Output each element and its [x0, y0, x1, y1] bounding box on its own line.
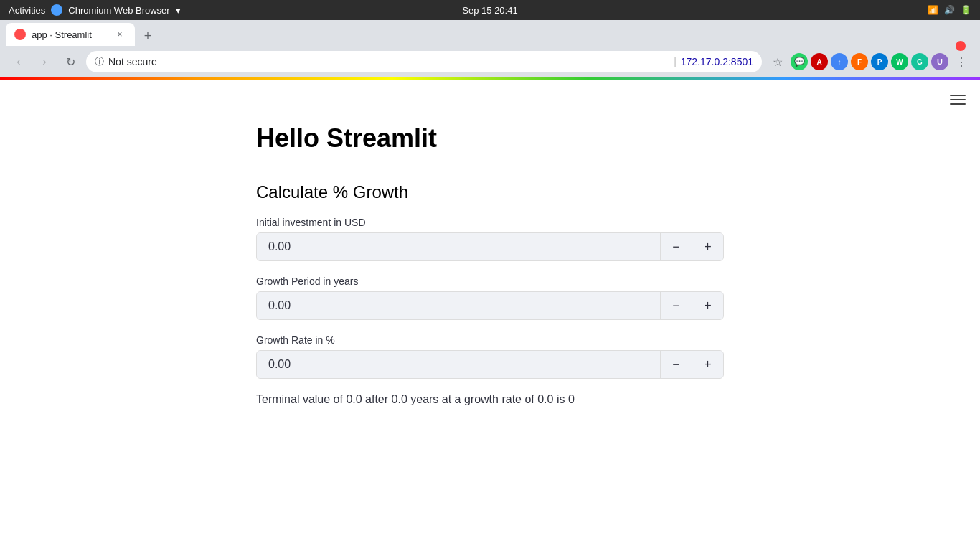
ext-orange[interactable]: F [851, 53, 868, 70]
hamburger-line-3 [950, 103, 966, 105]
field-3: Growth Rate in % 0.00 − + [256, 334, 724, 379]
field-2-plus-button[interactable]: + [692, 292, 723, 319]
browser-label: Chromium Web Browser [68, 5, 169, 16]
wifi-icon: 📶 [928, 5, 938, 15]
tab-close-button[interactable]: × [113, 28, 126, 41]
profile-icon[interactable]: U [931, 53, 948, 70]
back-button[interactable]: ‹ [9, 52, 29, 72]
field-3-plus-button[interactable]: + [692, 351, 723, 378]
page-content: Hello Streamlit Calculate % Growth Initi… [0, 80, 980, 551]
field-1: Initial investment in USD 0.00 − + [256, 217, 724, 261]
hamburger-menu[interactable] [947, 92, 969, 108]
volume-icon: 🔊 [944, 5, 955, 15]
field-2: Growth Period in years 0.00 − + [256, 276, 724, 320]
tab-favicon [14, 29, 26, 40]
ext-wechat[interactable]: W [891, 53, 908, 70]
field-3-input-wrap: 0.00 − + [256, 350, 724, 379]
ext-blue-upload[interactable]: ↑ [831, 53, 848, 70]
field-2-minus-button[interactable]: − [660, 292, 692, 319]
tab-title: app · Streamlit [32, 29, 108, 40]
security-icon: ⓘ [95, 55, 104, 68]
field-2-label: Growth Period in years [256, 276, 724, 287]
os-topbar-left: Activities Chromium Web Browser ▾ [9, 4, 181, 16]
os-topbar: Activities Chromium Web Browser ▾ Sep 15… [0, 0, 980, 20]
field-1-label: Initial investment in USD [256, 217, 724, 228]
result-text: Terminal value of 0.0 after 0.0 years at… [256, 393, 724, 406]
hamburger-line-2 [950, 99, 966, 100]
ext-green[interactable]: 💬 [791, 53, 808, 70]
streamlit-content: Hello Streamlit Calculate % Growth Initi… [239, 80, 741, 435]
app-title: Hello Streamlit [256, 123, 724, 154]
dropdown-icon[interactable]: ▾ [176, 5, 181, 16]
activities-label[interactable]: Activities [9, 5, 45, 16]
field-3-label: Growth Rate in % [256, 334, 724, 346]
tab-bar: app · Streamlit × + [0, 20, 980, 46]
browser-frame: app · Streamlit × + ‹ › ↻ ⓘ Not secure |… [0, 20, 980, 77]
field-1-value[interactable]: 0.00 [257, 233, 660, 260]
new-tab-button[interactable]: + [138, 26, 158, 46]
os-datetime: Sep 15 20:41 [462, 5, 517, 16]
address-bar: ‹ › ↻ ⓘ Not secure | 172.17.0.2:8501 ☆ 💬… [0, 46, 980, 77]
browser-menu-button[interactable]: ⋮ [951, 52, 971, 72]
ext-grammarly[interactable]: G [911, 53, 928, 70]
field-1-minus-button[interactable]: − [660, 233, 692, 260]
reload-button[interactable]: ↻ [60, 52, 80, 72]
field-1-input-wrap: 0.00 − + [256, 232, 724, 261]
ext-red[interactable]: A [811, 53, 828, 70]
os-browser-icon [51, 4, 62, 16]
battery-icon: 🔋 [961, 5, 971, 15]
field-2-input-wrap: 0.00 − + [256, 291, 724, 320]
address-url: 172.17.0.2:8501 [681, 56, 753, 67]
address-separator: | [674, 56, 677, 67]
active-tab[interactable]: app · Streamlit × [6, 23, 135, 46]
field-2-value[interactable]: 0.00 [257, 292, 660, 319]
section-title: Calculate % Growth [256, 182, 724, 202]
bookmark-button[interactable]: ☆ [768, 52, 788, 72]
forward-button[interactable]: › [34, 52, 55, 72]
field-3-minus-button[interactable]: − [660, 351, 692, 378]
field-3-value[interactable]: 0.00 [257, 351, 660, 378]
toolbar-icons: ☆ 💬 A ↑ F P W G U ⋮ [768, 52, 971, 72]
os-topbar-right: 📶 🔊 🔋 [928, 5, 971, 15]
address-input[interactable]: ⓘ Not secure | 172.17.0.2:8501 [86, 51, 762, 72]
ext-blue2[interactable]: P [871, 53, 888, 70]
security-text: Not secure [108, 56, 669, 67]
field-1-plus-button[interactable]: + [692, 233, 723, 260]
hamburger-line-1 [950, 95, 966, 96]
browser-close-dot [956, 41, 966, 51]
